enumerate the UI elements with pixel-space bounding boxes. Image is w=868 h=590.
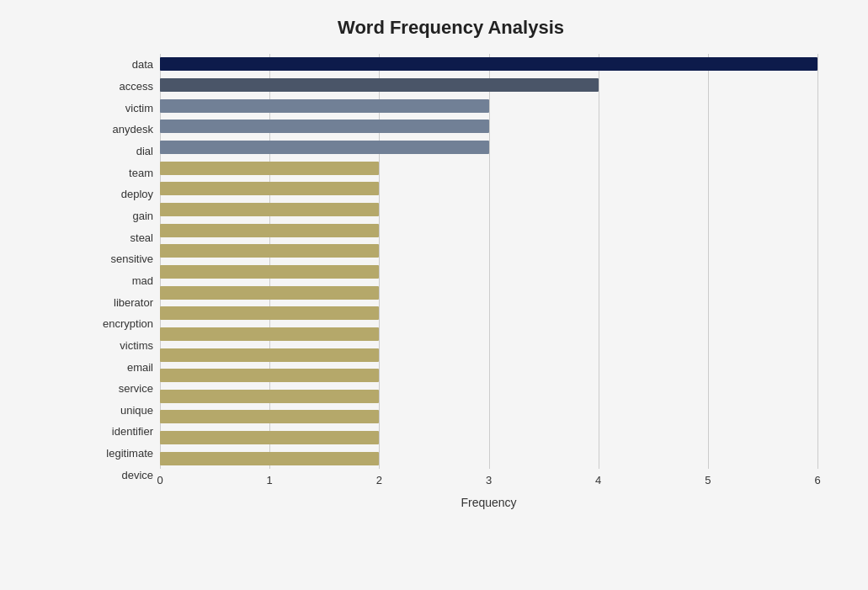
bar-team — [160, 162, 379, 175]
chart-title: Word Frequency Analysis — [84, 17, 817, 39]
y-label-mad: mad — [84, 270, 153, 292]
bar-device — [160, 452, 379, 465]
y-label-victims: victims — [84, 335, 153, 357]
x-tick-3: 3 — [486, 474, 492, 486]
bar-row-team — [160, 157, 817, 178]
bar-row-service — [160, 365, 817, 386]
bar-sensitive — [160, 244, 379, 258]
grid-line-6 — [817, 54, 818, 469]
bar-victim — [160, 99, 489, 113]
y-label-data: data — [84, 54, 153, 76]
bar-identifier — [160, 410, 379, 423]
bar-liberator — [160, 286, 379, 300]
bar-row-liberator — [160, 282, 817, 303]
bar-row-legitimate — [160, 428, 817, 449]
y-label-access: access — [84, 76, 153, 98]
y-label-liberator: liberator — [84, 291, 153, 313]
y-label-legitimate: legitimate — [84, 443, 153, 465]
bar-row-dial — [160, 137, 817, 158]
bar-data — [160, 57, 817, 71]
bar-row-data — [160, 54, 817, 75]
bar-row-victim — [160, 95, 817, 116]
bar-row-encryption — [160, 303, 817, 324]
x-tick-6: 6 — [814, 474, 820, 486]
y-label-dial: dial — [84, 141, 153, 162]
bar-encryption — [160, 306, 379, 320]
bar-anydesk — [160, 120, 489, 133]
bar-email — [160, 348, 379, 362]
bar-steal — [160, 224, 379, 237]
y-label-victim: victim — [84, 97, 153, 119]
x-tick-2: 2 — [376, 474, 382, 486]
bar-dial — [160, 141, 489, 154]
bar-gain — [160, 203, 379, 216]
bar-row-deploy — [160, 178, 817, 199]
bar-row-mad — [160, 262, 817, 283]
x-tick-5: 5 — [705, 474, 711, 486]
bar-row-identifier — [160, 407, 817, 428]
bar-mad — [160, 265, 379, 279]
y-label-gain: gain — [84, 205, 153, 227]
bar-row-sensitive — [160, 241, 817, 262]
bar-victims — [160, 327, 379, 341]
x-tick-4: 4 — [595, 474, 601, 486]
x-axis-label: Frequency — [160, 496, 817, 509]
bar-deploy — [160, 182, 379, 195]
bars-wrapper — [160, 54, 817, 469]
bar-row-access — [160, 75, 817, 96]
y-label-device: device — [84, 464, 153, 486]
y-label-encryption: encryption — [84, 313, 153, 335]
y-label-deploy: deploy — [84, 183, 153, 205]
y-label-sensitive: sensitive — [84, 248, 153, 270]
bar-row-device — [160, 448, 817, 469]
bar-legitimate — [160, 431, 379, 444]
y-axis-labels: dataaccessvictimanydeskdialteamdeploygai… — [84, 54, 160, 509]
bar-access — [160, 78, 599, 92]
bar-row-gain — [160, 199, 817, 221]
chart-container: Word Frequency Analysis dataaccessvictim… — [0, 0, 868, 590]
y-label-identifier: identifier — [84, 421, 153, 443]
y-label-steal: steal — [84, 226, 153, 248]
x-tick-0: 0 — [157, 474, 162, 486]
y-label-service: service — [84, 378, 153, 400]
bar-row-victims — [160, 324, 817, 345]
y-label-unique: unique — [84, 400, 153, 422]
y-label-anydesk: anydesk — [84, 119, 153, 141]
bar-row-steal — [160, 220, 817, 241]
bar-row-anydesk — [160, 116, 817, 137]
bar-unique — [160, 390, 379, 403]
x-tick-1: 1 — [267, 474, 273, 486]
y-label-team: team — [84, 162, 153, 183]
y-label-email: email — [84, 356, 153, 378]
bar-row-email — [160, 344, 817, 365]
bar-row-unique — [160, 386, 817, 407]
bar-service — [160, 369, 379, 382]
